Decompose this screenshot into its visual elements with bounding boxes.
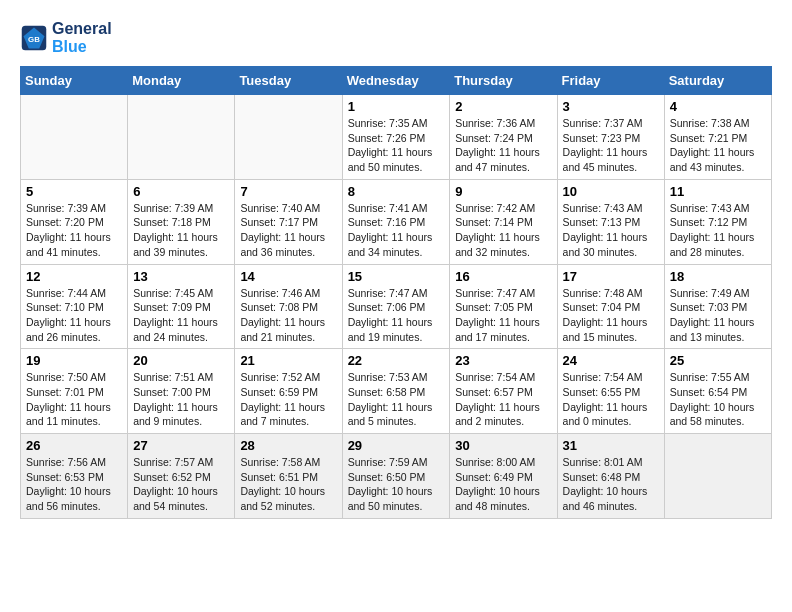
day-number: 5 xyxy=(26,184,122,199)
day-info: Sunrise: 7:43 AM Sunset: 7:12 PM Dayligh… xyxy=(670,201,766,260)
day-number: 22 xyxy=(348,353,445,368)
calendar-cell: 29Sunrise: 7:59 AM Sunset: 6:50 PM Dayli… xyxy=(342,434,450,519)
calendar-cell: 2Sunrise: 7:36 AM Sunset: 7:24 PM Daylig… xyxy=(450,95,557,180)
day-info: Sunrise: 7:44 AM Sunset: 7:10 PM Dayligh… xyxy=(26,286,122,345)
logo-text: General Blue xyxy=(52,20,112,56)
week-row-1: 1Sunrise: 7:35 AM Sunset: 7:26 PM Daylig… xyxy=(21,95,772,180)
calendar-cell: 30Sunrise: 8:00 AM Sunset: 6:49 PM Dayli… xyxy=(450,434,557,519)
week-row-5: 26Sunrise: 7:56 AM Sunset: 6:53 PM Dayli… xyxy=(21,434,772,519)
col-header-wednesday: Wednesday xyxy=(342,67,450,95)
day-number: 16 xyxy=(455,269,551,284)
day-number: 9 xyxy=(455,184,551,199)
svg-text:GB: GB xyxy=(28,35,40,44)
day-number: 31 xyxy=(563,438,659,453)
calendar-cell: 11Sunrise: 7:43 AM Sunset: 7:12 PM Dayli… xyxy=(664,179,771,264)
day-info: Sunrise: 7:40 AM Sunset: 7:17 PM Dayligh… xyxy=(240,201,336,260)
day-number: 17 xyxy=(563,269,659,284)
week-row-3: 12Sunrise: 7:44 AM Sunset: 7:10 PM Dayli… xyxy=(21,264,772,349)
day-info: Sunrise: 7:51 AM Sunset: 7:00 PM Dayligh… xyxy=(133,370,229,429)
calendar-cell: 19Sunrise: 7:50 AM Sunset: 7:01 PM Dayli… xyxy=(21,349,128,434)
calendar-cell: 12Sunrise: 7:44 AM Sunset: 7:10 PM Dayli… xyxy=(21,264,128,349)
day-info: Sunrise: 7:46 AM Sunset: 7:08 PM Dayligh… xyxy=(240,286,336,345)
day-info: Sunrise: 7:50 AM Sunset: 7:01 PM Dayligh… xyxy=(26,370,122,429)
day-info: Sunrise: 7:54 AM Sunset: 6:55 PM Dayligh… xyxy=(563,370,659,429)
calendar-cell xyxy=(235,95,342,180)
calendar-cell: 6Sunrise: 7:39 AM Sunset: 7:18 PM Daylig… xyxy=(128,179,235,264)
day-number: 24 xyxy=(563,353,659,368)
calendar-cell: 7Sunrise: 7:40 AM Sunset: 7:17 PM Daylig… xyxy=(235,179,342,264)
calendar-cell: 8Sunrise: 7:41 AM Sunset: 7:16 PM Daylig… xyxy=(342,179,450,264)
day-info: Sunrise: 8:01 AM Sunset: 6:48 PM Dayligh… xyxy=(563,455,659,514)
calendar-cell: 23Sunrise: 7:54 AM Sunset: 6:57 PM Dayli… xyxy=(450,349,557,434)
day-info: Sunrise: 7:38 AM Sunset: 7:21 PM Dayligh… xyxy=(670,116,766,175)
calendar-table: SundayMondayTuesdayWednesdayThursdayFrid… xyxy=(20,66,772,519)
day-number: 20 xyxy=(133,353,229,368)
calendar-cell: 17Sunrise: 7:48 AM Sunset: 7:04 PM Dayli… xyxy=(557,264,664,349)
calendar-cell: 28Sunrise: 7:58 AM Sunset: 6:51 PM Dayli… xyxy=(235,434,342,519)
day-info: Sunrise: 7:56 AM Sunset: 6:53 PM Dayligh… xyxy=(26,455,122,514)
day-info: Sunrise: 7:45 AM Sunset: 7:09 PM Dayligh… xyxy=(133,286,229,345)
calendar-cell: 5Sunrise: 7:39 AM Sunset: 7:20 PM Daylig… xyxy=(21,179,128,264)
col-header-friday: Friday xyxy=(557,67,664,95)
day-info: Sunrise: 7:36 AM Sunset: 7:24 PM Dayligh… xyxy=(455,116,551,175)
calendar-cell: 24Sunrise: 7:54 AM Sunset: 6:55 PM Dayli… xyxy=(557,349,664,434)
calendar-cell: 16Sunrise: 7:47 AM Sunset: 7:05 PM Dayli… xyxy=(450,264,557,349)
col-header-monday: Monday xyxy=(128,67,235,95)
day-info: Sunrise: 7:47 AM Sunset: 7:06 PM Dayligh… xyxy=(348,286,445,345)
calendar-cell: 4Sunrise: 7:38 AM Sunset: 7:21 PM Daylig… xyxy=(664,95,771,180)
col-header-saturday: Saturday xyxy=(664,67,771,95)
day-number: 7 xyxy=(240,184,336,199)
day-info: Sunrise: 7:59 AM Sunset: 6:50 PM Dayligh… xyxy=(348,455,445,514)
day-number: 6 xyxy=(133,184,229,199)
day-info: Sunrise: 7:57 AM Sunset: 6:52 PM Dayligh… xyxy=(133,455,229,514)
day-number: 26 xyxy=(26,438,122,453)
day-number: 27 xyxy=(133,438,229,453)
calendar-cell xyxy=(128,95,235,180)
calendar-cell: 3Sunrise: 7:37 AM Sunset: 7:23 PM Daylig… xyxy=(557,95,664,180)
day-info: Sunrise: 7:48 AM Sunset: 7:04 PM Dayligh… xyxy=(563,286,659,345)
calendar-cell: 26Sunrise: 7:56 AM Sunset: 6:53 PM Dayli… xyxy=(21,434,128,519)
day-number: 19 xyxy=(26,353,122,368)
logo: GB General Blue xyxy=(20,20,112,56)
day-number: 30 xyxy=(455,438,551,453)
day-number: 1 xyxy=(348,99,445,114)
calendar-cell xyxy=(664,434,771,519)
day-number: 28 xyxy=(240,438,336,453)
day-number: 13 xyxy=(133,269,229,284)
day-number: 4 xyxy=(670,99,766,114)
day-info: Sunrise: 7:42 AM Sunset: 7:14 PM Dayligh… xyxy=(455,201,551,260)
calendar-cell: 15Sunrise: 7:47 AM Sunset: 7:06 PM Dayli… xyxy=(342,264,450,349)
day-info: Sunrise: 7:53 AM Sunset: 6:58 PM Dayligh… xyxy=(348,370,445,429)
day-number: 25 xyxy=(670,353,766,368)
calendar-cell: 13Sunrise: 7:45 AM Sunset: 7:09 PM Dayli… xyxy=(128,264,235,349)
calendar-cell: 25Sunrise: 7:55 AM Sunset: 6:54 PM Dayli… xyxy=(664,349,771,434)
day-info: Sunrise: 7:58 AM Sunset: 6:51 PM Dayligh… xyxy=(240,455,336,514)
day-info: Sunrise: 7:41 AM Sunset: 7:16 PM Dayligh… xyxy=(348,201,445,260)
calendar-cell: 14Sunrise: 7:46 AM Sunset: 7:08 PM Dayli… xyxy=(235,264,342,349)
day-info: Sunrise: 7:47 AM Sunset: 7:05 PM Dayligh… xyxy=(455,286,551,345)
day-info: Sunrise: 7:43 AM Sunset: 7:13 PM Dayligh… xyxy=(563,201,659,260)
page-header: GB General Blue xyxy=(20,20,772,56)
day-number: 21 xyxy=(240,353,336,368)
calendar-cell: 18Sunrise: 7:49 AM Sunset: 7:03 PM Dayli… xyxy=(664,264,771,349)
day-number: 14 xyxy=(240,269,336,284)
calendar-cell: 9Sunrise: 7:42 AM Sunset: 7:14 PM Daylig… xyxy=(450,179,557,264)
day-info: Sunrise: 7:37 AM Sunset: 7:23 PM Dayligh… xyxy=(563,116,659,175)
day-info: Sunrise: 7:52 AM Sunset: 6:59 PM Dayligh… xyxy=(240,370,336,429)
day-info: Sunrise: 7:54 AM Sunset: 6:57 PM Dayligh… xyxy=(455,370,551,429)
day-number: 23 xyxy=(455,353,551,368)
day-number: 18 xyxy=(670,269,766,284)
day-number: 11 xyxy=(670,184,766,199)
calendar-cell: 1Sunrise: 7:35 AM Sunset: 7:26 PM Daylig… xyxy=(342,95,450,180)
day-info: Sunrise: 7:39 AM Sunset: 7:20 PM Dayligh… xyxy=(26,201,122,260)
week-row-4: 19Sunrise: 7:50 AM Sunset: 7:01 PM Dayli… xyxy=(21,349,772,434)
day-number: 2 xyxy=(455,99,551,114)
day-number: 29 xyxy=(348,438,445,453)
day-info: Sunrise: 7:39 AM Sunset: 7:18 PM Dayligh… xyxy=(133,201,229,260)
calendar-cell: 31Sunrise: 8:01 AM Sunset: 6:48 PM Dayli… xyxy=(557,434,664,519)
calendar-cell: 10Sunrise: 7:43 AM Sunset: 7:13 PM Dayli… xyxy=(557,179,664,264)
day-info: Sunrise: 7:55 AM Sunset: 6:54 PM Dayligh… xyxy=(670,370,766,429)
day-info: Sunrise: 8:00 AM Sunset: 6:49 PM Dayligh… xyxy=(455,455,551,514)
col-header-thursday: Thursday xyxy=(450,67,557,95)
day-number: 8 xyxy=(348,184,445,199)
